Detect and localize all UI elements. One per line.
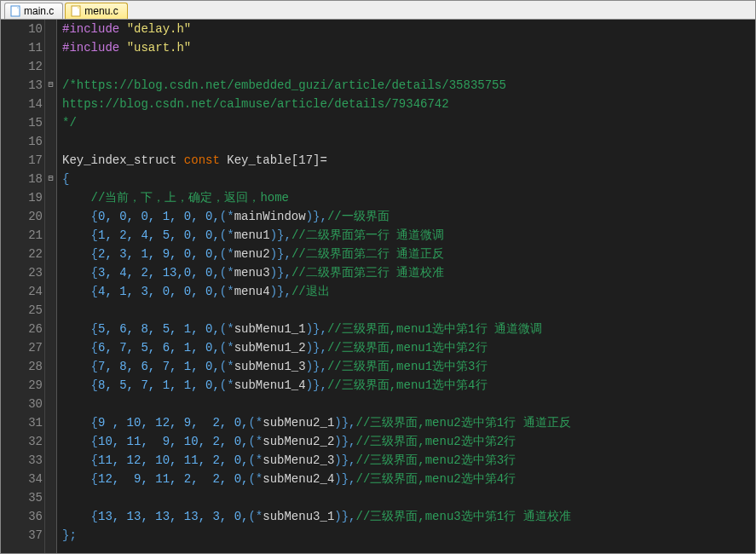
fold-marker (45, 245, 56, 263)
code-line[interactable]: {1, 2, 4, 5, 0, 0,(*menu1)},//二级界面第一行 通道… (62, 226, 755, 245)
fold-marker (45, 301, 56, 320)
code-area[interactable]: #include "delay.h"#include "usart.h" /*h… (57, 20, 755, 553)
fold-column: ⊟⊟ (45, 20, 57, 553)
code-line[interactable]: #include "delay.h" (62, 20, 755, 38)
line-number: 28 (1, 357, 43, 376)
line-number: 30 (1, 395, 43, 413)
fold-marker (45, 432, 56, 451)
code-line[interactable]: #include "usart.h" (62, 38, 755, 57)
fold-marker (45, 188, 56, 207)
fold-marker (45, 263, 56, 282)
fold-marker (45, 132, 56, 151)
line-number: 29 (1, 376, 43, 395)
line-number: 25 (1, 301, 43, 320)
line-number: 14 (1, 95, 43, 113)
fold-marker (45, 488, 56, 507)
line-number: 23 (1, 263, 43, 282)
fold-marker (45, 526, 56, 545)
line-number: 33 (1, 451, 43, 470)
fold-marker (45, 38, 56, 57)
fold-marker (45, 357, 56, 376)
tab-main-c[interactable]: main.c (4, 3, 63, 19)
line-number-gutter: 1011121314151617181920212223242526272829… (1, 20, 45, 553)
fold-marker[interactable]: ⊟ (45, 76, 56, 95)
line-number: 11 (1, 38, 43, 57)
line-number: 13 (1, 76, 43, 95)
line-number: 22 (1, 245, 43, 263)
line-number: 27 (1, 338, 43, 357)
code-line[interactable]: {12, 9, 11, 2, 2, 0,(*subMenu2_4)},//三级界… (62, 470, 755, 488)
fold-marker (45, 207, 56, 226)
code-line[interactable] (62, 395, 755, 413)
file-icon (71, 5, 81, 17)
code-line[interactable] (62, 132, 755, 151)
code-line[interactable]: {2, 3, 1, 9, 0, 0,(*menu2)},//二级界面第二行 通道… (62, 245, 755, 263)
tab-label: main.c (24, 5, 54, 17)
line-number: 31 (1, 413, 43, 432)
fold-marker (45, 413, 56, 432)
fold-marker (45, 57, 56, 76)
line-number: 34 (1, 470, 43, 488)
code-line[interactable]: //当前，下，上，确定，返回，home (62, 188, 755, 207)
line-number: 16 (1, 132, 43, 151)
code-line[interactable]: Key_index_struct const Key_table[17]= (62, 151, 755, 170)
fold-marker (45, 376, 56, 395)
line-number: 26 (1, 320, 43, 338)
line-number: 32 (1, 432, 43, 451)
code-line[interactable] (62, 57, 755, 76)
fold-marker (45, 470, 56, 488)
fold-marker (45, 320, 56, 338)
code-line[interactable] (62, 301, 755, 320)
code-line[interactable]: {4, 1, 3, 0, 0, 0,(*menu4)},//退出 (62, 282, 755, 301)
line-number: 10 (1, 20, 43, 38)
code-line[interactable]: /*https://blog.csdn.net/embedded_guzi/ar… (62, 76, 755, 95)
line-number: 12 (1, 57, 43, 76)
code-line[interactable]: {5, 6, 8, 5, 1, 0,(*subMenu1_1)},//三级界面,… (62, 320, 755, 338)
tab-bar: main.c menu.c (1, 1, 755, 20)
code-line[interactable]: */ (62, 113, 755, 132)
code-line[interactable]: {0, 0, 0, 1, 0, 0,(*mainWindow)},//一级界面 (62, 207, 755, 226)
line-number: 15 (1, 113, 43, 132)
fold-marker (45, 113, 56, 132)
code-line[interactable]: {11, 12, 10, 11, 2, 0,(*subMenu2_3)},//三… (62, 451, 755, 470)
tab-menu-c[interactable]: menu.c (65, 3, 127, 19)
fold-marker[interactable]: ⊟ (45, 170, 56, 188)
line-number: 18 (1, 170, 43, 188)
code-line[interactable]: {9 , 10, 12, 9, 2, 0,(*subMenu2_1)},//三级… (62, 413, 755, 432)
line-number: 19 (1, 188, 43, 207)
line-number: 37 (1, 526, 43, 545)
fold-marker (45, 395, 56, 413)
line-number: 24 (1, 282, 43, 301)
fold-marker (45, 226, 56, 245)
fold-marker (45, 338, 56, 357)
fold-marker (45, 451, 56, 470)
line-number: 20 (1, 207, 43, 226)
fold-marker (45, 151, 56, 170)
code-line[interactable]: {10, 11, 9, 10, 2, 0,(*subMenu2_2)},//三级… (62, 432, 755, 451)
fold-marker (45, 507, 56, 526)
tab-label: menu.c (84, 5, 118, 17)
fold-marker (45, 20, 56, 38)
code-line[interactable]: {8, 5, 7, 1, 1, 0,(*subMenu1_4)},//三级界面,… (62, 376, 755, 395)
code-line[interactable]: {3, 4, 2, 13,0, 0,(*menu3)},//二级界面第三行 通道… (62, 263, 755, 282)
code-line[interactable]: https://blog.csdn.net/calmuse/article/de… (62, 95, 755, 113)
code-line[interactable]: {6, 7, 5, 6, 1, 0,(*subMenu1_2)},//三级界面,… (62, 338, 755, 357)
line-number: 36 (1, 507, 43, 526)
line-number: 17 (1, 151, 43, 170)
fold-marker (45, 95, 56, 113)
code-editor[interactable]: 1011121314151617181920212223242526272829… (1, 20, 755, 553)
line-number: 21 (1, 226, 43, 245)
code-line[interactable]: {7, 8, 6, 7, 1, 0,(*subMenu1_3)},//三级界面,… (62, 357, 755, 376)
fold-marker (45, 282, 56, 301)
file-icon (10, 5, 20, 17)
code-line[interactable]: { (62, 170, 755, 188)
code-line[interactable]: }; (62, 526, 755, 545)
line-number: 35 (1, 488, 43, 507)
code-line[interactable] (62, 488, 755, 507)
code-line[interactable]: {13, 13, 13, 13, 3, 0,(*subMenu3_1)},//三… (62, 507, 755, 526)
